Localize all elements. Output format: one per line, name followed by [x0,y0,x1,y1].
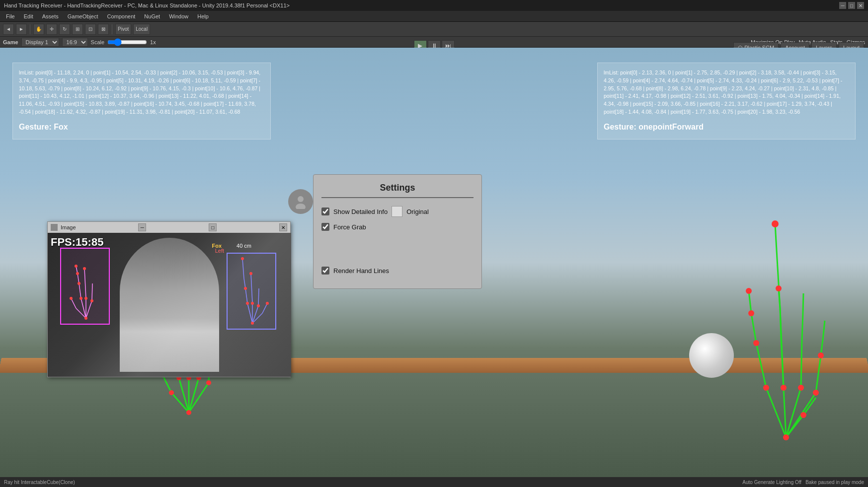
game-label: Game [3,39,18,45]
svg-point-75 [84,317,87,320]
person-silhouette [120,238,219,372]
svg-point-83 [70,297,73,300]
svg-line-94 [262,303,267,313]
skeleton-right [716,209,856,457]
svg-point-56 [813,390,819,396]
svg-line-72 [92,283,92,301]
local-button[interactable]: Local [133,24,150,35]
menu-assets[interactable]: Assets [38,12,63,20]
svg-point-95 [251,322,254,325]
svg-line-49 [775,224,777,259]
svg-point-99 [244,287,247,290]
image-window-maximize[interactable]: □ [209,223,217,231]
svg-point-1 [296,204,306,209]
svg-point-102 [266,302,269,305]
gesture-left: Gesture: Fox [19,121,264,133]
svg-point-55 [798,385,804,391]
svg-line-4 [189,378,199,413]
svg-point-0 [298,196,304,202]
svg-point-98 [257,304,260,307]
render-hand-lines-checkbox[interactable] [321,267,329,275]
image-window: Image ─ □ ✕ FPS:15:85 Fox Left 40 cm [47,221,291,377]
image-window-close[interactable]: ✕ [279,223,287,231]
back-button[interactable]: ◄ [3,24,14,35]
gesture-right: Gesture: onepointForward [604,121,849,133]
force-grab-label: Force Grab [333,223,366,231]
close-button[interactable]: ✕ [857,2,864,9]
svg-point-97 [251,302,254,305]
status-bar: Ray hit InteractableCube(Clone) Auto Gen… [0,477,868,487]
toolbar: ◄ ► ✋ ✛ ↻ ⊞ ⊡ ⊠ Pivot Local ▶ ⏸ ⏭ ⬡ Plas… [0,22,868,37]
scale-value: 1x [150,39,156,45]
menu-bar: File Edit Assets GameObject Component Nu… [0,11,868,22]
svg-point-76 [79,297,82,300]
settings-panel: Settings Show Detailed Info Original For… [313,174,482,289]
svg-line-31 [766,388,786,437]
svg-line-66 [86,301,92,318]
menu-component[interactable]: Component [103,12,139,20]
rotate-tool[interactable]: ↻ [59,24,70,35]
svg-line-45 [821,336,823,355]
svg-point-80 [76,272,79,275]
svg-line-33 [786,388,801,437]
svg-point-59 [776,285,782,291]
svg-point-61 [753,340,759,346]
image-window-titlebar[interactable]: Image ─ □ ✕ [48,222,290,233]
svg-line-37 [749,291,751,313]
svg-point-63 [800,412,806,418]
menu-gameobject[interactable]: GameObject [64,12,102,20]
menu-edit[interactable]: Edit [20,12,37,20]
svg-point-52 [783,434,789,440]
show-detailed-info-row: Show Detailed Info Original [321,206,473,217]
pivot-button[interactable]: Pivot [115,24,131,35]
svg-point-100 [241,257,244,260]
status-bar-right: Auto Generate Lighting Off Bake paused i… [742,480,864,485]
scale-label: Scale [91,39,105,45]
display-select[interactable]: Display 1 [21,38,59,47]
image-window-title: Image [61,224,76,230]
hand-tool[interactable]: ✋ [33,24,44,35]
force-grab-checkbox[interactable] [321,223,329,231]
settings-title: Settings [321,183,473,198]
svg-line-87 [245,288,247,303]
menu-help[interactable]: Help [193,12,213,20]
fps-display: FPS:15:85 [51,236,103,249]
status-right-left: Auto Generate Lighting Off [742,480,801,485]
menu-window[interactable]: Window [165,12,192,20]
scale-slider[interactable] [107,38,147,46]
render-hand-lines-label: Render Hand Lines [333,267,389,275]
image-window-content: FPS:15:85 Fox Left 40 cm [48,233,291,377]
move-tool[interactable]: ✛ [46,24,57,35]
svg-point-82 [83,267,86,270]
svg-line-5 [189,383,209,413]
scale-tool[interactable]: ⊞ [72,24,83,35]
ratio-select[interactable]: 16:9 [62,38,88,47]
transform-tool[interactable]: ⊠ [98,24,109,35]
svg-point-53 [763,385,769,391]
info-panel-left: lmList: point[0] - 11.18, 2.24, 0 | poin… [12,63,271,139]
avatar [288,189,313,214]
svg-point-62 [818,352,824,358]
menu-nuget[interactable]: NuGet [140,12,164,20]
minimize-button[interactable]: ─ [839,2,846,9]
svg-line-84 [247,303,252,323]
svg-line-19 [164,378,171,393]
svg-point-60 [772,220,779,227]
rect-tool[interactable]: ⊡ [85,24,96,35]
show-detailed-info-checkbox[interactable] [321,208,329,215]
svg-point-78 [90,299,93,302]
svg-line-44 [816,355,821,393]
menu-file[interactable]: File [2,12,19,20]
svg-line-88 [244,278,245,288]
svg-point-77 [84,297,87,300]
info-panel-right: lmList: point[0] - 2.13, 2.36, 0 | point… [597,63,856,139]
lm-list-left: lmList: point[0] - 11.18, 2.24, 0 | poin… [19,69,264,116]
svg-point-79 [78,282,80,285]
sphere [689,333,734,378]
svg-point-58 [746,288,752,294]
image-window-minimize[interactable]: ─ [138,223,146,231]
svg-line-47 [780,308,784,388]
original-label: Original [406,208,429,215]
restore-button[interactable]: □ [848,2,855,9]
forward-button[interactable]: ► [16,24,27,35]
